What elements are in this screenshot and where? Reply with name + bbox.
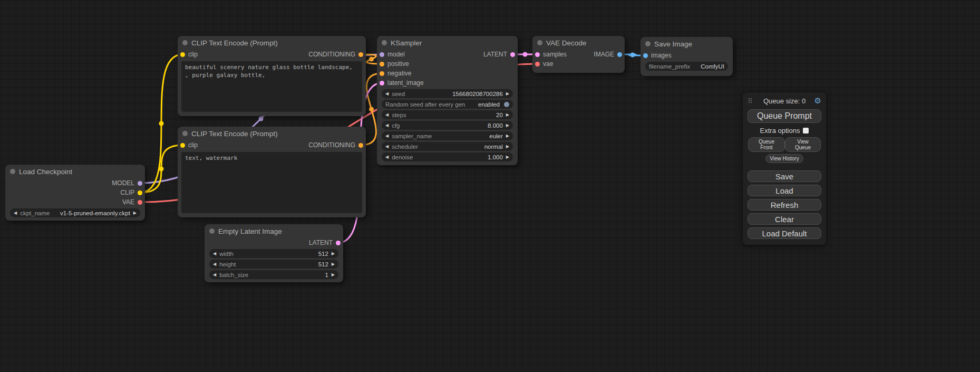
node-graph-canvas[interactable]: Load Checkpoint MODEL CLIP VAE ◀ ckpt_na…	[0, 0, 980, 372]
decrement-arrow-icon[interactable]: ◀	[213, 273, 216, 277]
node-title: VAE Decode	[546, 39, 586, 47]
collapse-dot-icon[interactable]	[645, 41, 651, 46]
slot-row: clip CONDITIONING	[178, 50, 366, 59]
node-title-bar[interactable]: CLIP Text Encode (Prompt)	[178, 36, 366, 50]
increment-arrow-icon[interactable]: ▶	[506, 155, 509, 159]
widget-name: height	[219, 261, 236, 268]
output-label: LATENT	[309, 239, 333, 246]
width-widget[interactable]: ◀ width 512 ▶	[209, 249, 338, 258]
node-load-checkpoint[interactable]: Load Checkpoint MODEL CLIP VAE ◀ ckpt_na…	[5, 165, 145, 221]
decrement-arrow-icon[interactable]: ◀	[385, 123, 389, 128]
node-title-bar[interactable]: Load Checkpoint	[5, 165, 145, 178]
extra-options-checkbox[interactable]	[803, 128, 809, 133]
collapse-dot-icon[interactable]	[182, 40, 188, 45]
load-button[interactable]: Load	[748, 185, 821, 196]
decrement-arrow-icon[interactable]: ◀	[385, 155, 389, 159]
negative-input-port[interactable]	[380, 71, 384, 76]
input-label: images	[651, 52, 672, 59]
node-clip-text-encode-negative[interactable]: CLIP Text Encode (Prompt) clip CONDITION…	[178, 127, 366, 217]
model-output-port[interactable]	[138, 181, 142, 186]
denoise-widget[interactable]: ◀ denoise 1.000 ▶	[382, 152, 513, 161]
node-vae-decode[interactable]: VAE Decode samples IMAGE vae	[532, 36, 625, 73]
node-clip-text-encode-positive[interactable]: CLIP Text Encode (Prompt) clip CONDITION…	[178, 36, 366, 116]
filename-prefix-widget[interactable]: filename_prefix ComfyUI	[645, 62, 728, 71]
decrement-arrow-icon[interactable]: ◀	[14, 211, 17, 215]
view-queue-button[interactable]: View Queue	[785, 137, 821, 152]
slot-row: CLIP	[5, 188, 145, 197]
widget-name: Random seed after every gen	[385, 101, 465, 108]
increment-arrow-icon[interactable]: ▶	[332, 273, 335, 277]
decrement-arrow-icon[interactable]: ◀	[385, 92, 389, 96]
view-history-button[interactable]: View History	[765, 154, 803, 163]
vae-output-port[interactable]	[138, 200, 142, 205]
latent-image-input-port[interactable]	[380, 81, 384, 85]
widget-name: ckpt_name	[20, 210, 50, 216]
collapse-dot-icon[interactable]	[10, 169, 15, 174]
increment-arrow-icon[interactable]: ▶	[133, 211, 137, 215]
queue-front-button[interactable]: Queue Front	[748, 137, 785, 152]
drag-handle-icon[interactable]: ⠿	[748, 97, 753, 105]
random-seed-toggle[interactable]: Random seed after every gen enabled	[382, 100, 513, 109]
node-title-bar[interactable]: VAE Decode	[532, 36, 625, 50]
increment-arrow-icon[interactable]: ▶	[506, 145, 509, 149]
conditioning-output-port[interactable]	[358, 52, 363, 57]
height-widget[interactable]: ◀ height 512 ▶	[209, 260, 338, 269]
negative-prompt-textarea[interactable]: text, watermark	[181, 152, 362, 213]
clip-output-port[interactable]	[138, 190, 142, 195]
positive-input-port[interactable]	[380, 62, 384, 66]
collapse-dot-icon[interactable]	[382, 40, 387, 45]
node-title-bar[interactable]: KSampler	[377, 36, 518, 50]
latent-output-port[interactable]	[510, 52, 515, 57]
collapse-dot-icon[interactable]	[209, 228, 215, 234]
clip-input-port[interactable]	[180, 52, 185, 57]
samples-input-port[interactable]	[535, 52, 540, 57]
node-title-bar[interactable]: CLIP Text Encode (Prompt)	[178, 127, 366, 140]
increment-arrow-icon[interactable]: ▶	[506, 92, 509, 96]
batch-size-widget[interactable]: ◀ batch_size 1 ▶	[209, 270, 338, 279]
decrement-arrow-icon[interactable]: ◀	[385, 145, 389, 149]
decrement-arrow-icon[interactable]: ◀	[213, 252, 216, 256]
clear-button[interactable]: Clear	[748, 213, 821, 225]
increment-arrow-icon[interactable]: ▶	[506, 113, 509, 117]
sampler-name-widget[interactable]: ◀ sampler_name euler ▶	[382, 131, 513, 140]
cfg-widget[interactable]: ◀ cfg 8.000 ▶	[382, 121, 513, 130]
images-input-port[interactable]	[643, 53, 648, 58]
decrement-arrow-icon[interactable]: ◀	[385, 113, 389, 117]
node-title-bar[interactable]: Save Image	[641, 37, 733, 51]
widget-value: normal	[484, 144, 503, 150]
increment-arrow-icon[interactable]: ▶	[506, 123, 509, 128]
toggle-knob-icon[interactable]	[504, 102, 509, 107]
decrement-arrow-icon[interactable]: ◀	[385, 134, 389, 138]
history-row: View History	[748, 154, 821, 163]
input-label: samples	[543, 51, 567, 58]
node-empty-latent-image[interactable]: Empty Latent Image LATENT ◀ width 512 ▶ …	[205, 224, 343, 282]
image-output-port[interactable]	[617, 52, 622, 57]
widget-name: cfg	[392, 122, 400, 129]
vae-input-port[interactable]	[535, 62, 540, 66]
scheduler-widget[interactable]: ◀ scheduler normal ▶	[382, 142, 513, 151]
ckpt-name-widget[interactable]: ◀ ckpt_name v1-5-pruned-emaonly.ckpt ▶	[10, 208, 140, 217]
steps-widget[interactable]: ◀ steps 20 ▶	[382, 110, 513, 119]
node-title-bar[interactable]: Empty Latent Image	[205, 224, 343, 238]
seed-widget[interactable]: ◀ seed 156680208700286 ▶	[382, 89, 513, 98]
clip-input-port[interactable]	[180, 143, 185, 148]
positive-prompt-textarea[interactable]: beautiful scenery nature glass bottle la…	[181, 61, 362, 112]
decrement-arrow-icon[interactable]: ◀	[213, 262, 216, 266]
settings-gear-icon[interactable]: ⚙	[814, 96, 821, 106]
refresh-button[interactable]: Refresh	[748, 199, 821, 211]
load-default-button[interactable]: Load Default	[748, 227, 821, 239]
node-save-image[interactable]: Save Image images filename_prefix ComfyU…	[641, 37, 733, 76]
widget-value: 1.000	[488, 154, 503, 160]
collapse-dot-icon[interactable]	[537, 40, 542, 45]
increment-arrow-icon[interactable]: ▶	[506, 134, 509, 138]
save-button[interactable]: Save	[748, 170, 821, 182]
increment-arrow-icon[interactable]: ▶	[332, 252, 335, 256]
latent-output-port[interactable]	[336, 241, 341, 245]
conditioning-output-port[interactable]	[358, 143, 363, 148]
model-input-port[interactable]	[380, 52, 384, 57]
increment-arrow-icon[interactable]: ▶	[332, 262, 335, 266]
widget-value: 8.000	[488, 122, 503, 129]
node-ksampler[interactable]: KSampler model LATENT positive negative	[377, 36, 518, 165]
queue-prompt-button[interactable]: Queue Prompt	[748, 109, 821, 123]
collapse-dot-icon[interactable]	[182, 131, 188, 136]
